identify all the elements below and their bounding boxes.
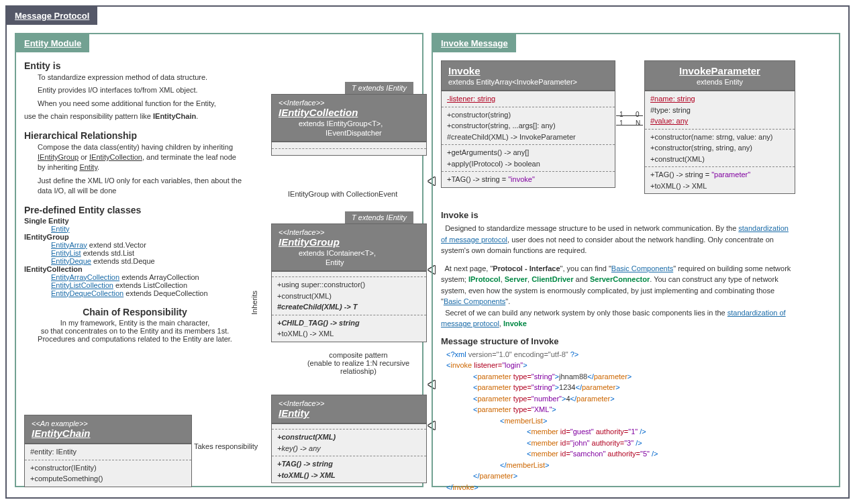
link-entitydeque[interactable]: EntityDeque (51, 257, 91, 265)
invoke-is-p1: Designed to standardize message structur… (441, 223, 797, 256)
invoke-module-container: Invoke Message Invoke extends EntityArra… (432, 33, 840, 487)
message-protocol-tab: Message Protocol (7, 7, 97, 25)
ientitychain-class: <<An example>> IEntityChain #entity: IEn… (24, 415, 192, 487)
extends-tag-1: T extends IEntity (345, 82, 413, 94)
message-protocol-container: Message Protocol Entity Module Entity is… (5, 5, 850, 499)
entity-is-desc4: use the chain responsibility pattern lik… (24, 111, 246, 121)
inherits-label: Inherits (250, 291, 258, 315)
takes-resp-label: Takes responsibility (194, 442, 258, 450)
ientity-class: <<Interface>> IEntity +construct(XML) +k… (271, 395, 427, 483)
entity-is-desc3: When you need some additional function f… (38, 99, 246, 109)
chain-desc3: Procedures and computations related to t… (24, 335, 246, 343)
link-entity[interactable]: Entity (51, 225, 70, 233)
invoke-is-heading: Invoke is (441, 210, 797, 220)
hier-desc2: Just define the XML I/O only for each va… (38, 176, 246, 197)
invoke-is-p2: At next page, "Protocol - Interface", yo… (441, 263, 797, 307)
cardinality: 1 (619, 119, 623, 127)
invoke-class: Invoke extends EntityArray<InvokeParamet… (441, 60, 615, 188)
link-edc[interactable]: EntityDequeCollection (51, 289, 123, 297)
predef-heading: Pre-defined Entity classes (24, 205, 246, 215)
predef-group: IEntityGroup (24, 233, 246, 241)
hier-heading: Hierarchical Relationship (24, 130, 246, 141)
cardinality: 0 (636, 111, 640, 118)
assoc-line (616, 125, 643, 125)
invoke-is-p3: Secret of we can build any network syste… (441, 307, 797, 330)
entity-is-heading: Entity is (24, 60, 246, 71)
chain-desc1: In my framework, Entity is the main char… (24, 319, 246, 327)
assoc-line (616, 115, 643, 116)
entity-is-desc1: To standardize expression method of data… (38, 72, 246, 83)
entity-is-desc2: Entity provides I/O interfaces to/from X… (38, 85, 246, 95)
extends-tag-2: T extends IEntity (345, 211, 413, 223)
hier-desc1: Compose the data class(entity) having ch… (38, 142, 246, 173)
predef-coll: IEntityCollection (24, 265, 246, 273)
chain-heading: Chain of Responsibility (24, 307, 246, 317)
msg-struct-heading: Message structure of Invoke (441, 336, 797, 346)
invoke-module-tab: Invoke Message (433, 34, 516, 52)
cardinality: N (636, 119, 640, 127)
link-entityarray[interactable]: EntityArray (51, 241, 87, 249)
cardinality: 1 (619, 111, 623, 118)
invokeparameter-class: InvokeParameter extends Entity #name: st… (644, 60, 795, 194)
link-eac[interactable]: EntityArrayCollection (51, 273, 119, 281)
predef-single: Single Entity (24, 217, 246, 225)
entity-module-tab: Entity Module (16, 34, 89, 52)
composite-label: composite pattern (enable to realize 1:N… (305, 351, 412, 375)
link-entitylist[interactable]: EntityList (51, 249, 81, 257)
link-elc[interactable]: EntityListCollection (51, 281, 113, 289)
entity-module-container: Entity Module Entity is To standardize e… (15, 33, 423, 487)
collection-event-label: IEntityGroup with CollectionEvent (288, 190, 397, 198)
xml-example: <?xml version="1.0" encoding="utf-8" ?> … (446, 349, 797, 493)
chain-desc2: so that concentrates on to the Entity an… (24, 327, 246, 335)
ientitygroup-class: <<Interface>> IEntityGroup extends ICont… (271, 223, 427, 342)
ientitycollection-class: <<Interface>> IEntityCollection extends … (271, 94, 427, 156)
